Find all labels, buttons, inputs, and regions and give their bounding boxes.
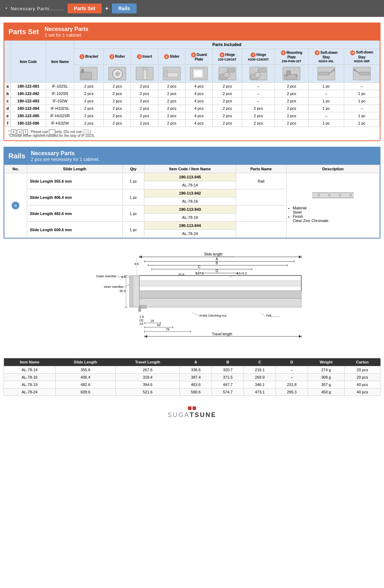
qty-1: 1 pc	[122, 173, 144, 189]
hinge2-img-cell	[242, 65, 275, 83]
quantity-cell: 2 pcs	[158, 120, 185, 127]
specs-cell: 219.1	[244, 366, 276, 374]
svg-text:A: A	[215, 257, 218, 261]
svg-rect-22	[319, 72, 329, 75]
svg-point-20	[285, 75, 288, 77]
specs-cell: 371.5	[212, 374, 244, 381]
svg-text:14: 14	[139, 322, 143, 325]
svg-point-21	[295, 75, 297, 77]
svg-text:D: D	[215, 269, 218, 273]
col-softdown-l-header: 9Soft-downStayNSDX-35L	[308, 49, 344, 65]
svg-rect-8	[166, 73, 178, 77]
item-code: 180-122-084	[11, 105, 46, 112]
quantity-cell: 2 pcs	[275, 120, 309, 127]
row-label: b	[5, 90, 11, 97]
logo-squares	[188, 406, 196, 410]
parts-set-subtitle: 1 set for 1 cabinet.	[45, 32, 89, 38]
rails-necessary-title: Necessary Parts	[31, 150, 100, 157]
softdown-r-img-cell	[344, 65, 379, 83]
svg-rect-9	[165, 70, 168, 77]
quantity-cell: –	[242, 97, 275, 105]
quantity-cell: –	[308, 90, 344, 97]
quantity-cell: 2 pcs	[74, 97, 104, 105]
svg-rect-25	[360, 72, 370, 75]
specs-cell: 318.4	[115, 374, 180, 381]
quantity-cell: 2 pcs	[158, 105, 185, 112]
quantity-cell: –	[242, 83, 275, 90]
quantity-cell: 1 pc	[308, 105, 344, 112]
rails-title: Rails	[8, 152, 25, 160]
rail-image-placeholder	[288, 188, 378, 203]
parts-name-3	[236, 206, 286, 222]
quantity-cell: 2 pcs	[103, 120, 131, 127]
svg-marker-112	[145, 335, 147, 338]
nav-parts-set-button[interactable]: Parts Set	[68, 4, 102, 13]
svg-rect-29	[313, 194, 353, 197]
parts-set-desc: Necessary Parts 1 set for 1 cabinet.	[45, 26, 89, 38]
guard-img	[190, 67, 208, 80]
quantity-cell: 2 pcs	[131, 97, 158, 105]
parts-name-1: Rail	[236, 173, 286, 189]
parts-set-section: Parts Set Necessary Parts 1 set for 1 ca…	[4, 23, 380, 141]
item-name: IF-H102SR	[46, 112, 74, 120]
item-name-4: AL-78-24	[144, 230, 236, 238]
logo-square-2	[193, 406, 196, 410]
svg-text:35.3: 35.3	[119, 289, 126, 293]
quantity-cell: 2 pcs	[158, 90, 185, 97]
svg-line-73	[124, 284, 130, 287]
mounting-img-cell	[275, 65, 309, 83]
specs-row: AL-78-14355.6267.6336.6320.7219.1–274 g2…	[4, 366, 380, 374]
quantity-cell: 2 pcs	[275, 105, 309, 112]
parts-set-header: Parts Set Necessary Parts 1 set for 1 ca…	[4, 23, 380, 40]
quantity-cell: 2 pcs	[158, 112, 185, 120]
rail-item-code-header: Item Code / Item Name	[144, 165, 236, 173]
quantity-cell: 2 pcs	[74, 105, 104, 112]
item-name: IF-H102SL	[46, 105, 74, 112]
specs-cell: 447.7	[212, 381, 244, 388]
specs-cell: 482.6	[56, 381, 115, 388]
svg-line-83	[229, 275, 235, 277]
rail-slide-length-header: Slide Length	[27, 165, 122, 173]
svg-rect-81	[139, 307, 141, 311]
specs-cell: 267.6	[115, 366, 180, 374]
svg-marker-113	[299, 335, 301, 338]
quantity-cell: 1 pc	[344, 112, 379, 120]
item-code: 180-122-081	[11, 83, 46, 90]
nav-rails-button[interactable]: Rails	[112, 4, 136, 13]
item-code: 180-122-083	[11, 97, 46, 105]
item-name: IF-102SL	[46, 83, 74, 90]
parts-name-2	[236, 189, 286, 206]
row-label: c	[5, 97, 11, 105]
quantity-cell: 2 pcs	[131, 83, 158, 90]
logo-text: SUGATSUNE	[168, 411, 216, 419]
specs-header-cell: Item Name	[4, 358, 56, 366]
specs-cell: 274 g	[308, 366, 344, 374]
mounting-img	[283, 67, 300, 80]
table-row: n Slide Length 355.6 mm 1 pc 190-113-945…	[5, 173, 380, 181]
rails-section: Rails Necessary Parts 2 pcs are necessar…	[4, 147, 380, 239]
svg-text:3×M4 Clinching nut: 3×M4 Clinching nut	[199, 314, 227, 317]
tech-diagram: Slide length A B C	[69, 249, 315, 348]
qty-3: 1 pc	[122, 206, 144, 222]
quantity-cell: 1 pc	[344, 120, 379, 127]
rail-no-cell: n	[5, 173, 27, 238]
quantity-cell: 1 pc	[308, 120, 344, 127]
svg-text:15.9: 15.9	[178, 273, 184, 276]
logo-square-1	[188, 406, 191, 410]
rail-number: n	[12, 202, 19, 209]
col-softdown-r-header: 10Soft-downStayNSDX-35R	[344, 49, 379, 65]
quantity-cell: 2 pcs	[275, 83, 309, 90]
item-code: 180-122-086	[11, 120, 46, 127]
specs-cell: 269.9	[244, 374, 276, 381]
specs-row: AL-78-24609.6521.6590.6574.7473.1295.345…	[4, 388, 380, 396]
finish-item: FinishClear Zinc Chromate	[293, 214, 378, 223]
svg-line-108	[261, 313, 265, 316]
specs-header-cell: Weight	[308, 358, 344, 366]
specs-cell: 20 pcs	[345, 374, 380, 381]
quantity-cell: 2 pcs	[158, 97, 185, 105]
diagram-section: Slide length A B C	[4, 246, 380, 351]
table-row: e 180-122-085 IF-H102SR 2 pcs2 pcs2 pcs2…	[5, 112, 380, 120]
specs-cell: 40 pcs	[345, 388, 380, 396]
quantity-cell: 2 pcs	[213, 90, 242, 97]
col-mounting-header: 8MountingPlate230-P4W-32T	[275, 49, 309, 65]
